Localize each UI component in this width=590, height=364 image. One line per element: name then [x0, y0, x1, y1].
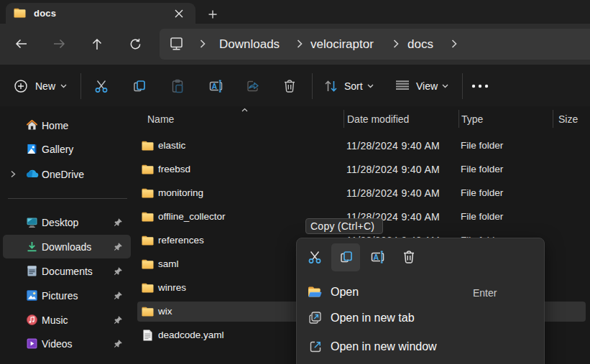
svg-text:A: A [212, 82, 218, 90]
svg-text:A: A [374, 253, 379, 261]
